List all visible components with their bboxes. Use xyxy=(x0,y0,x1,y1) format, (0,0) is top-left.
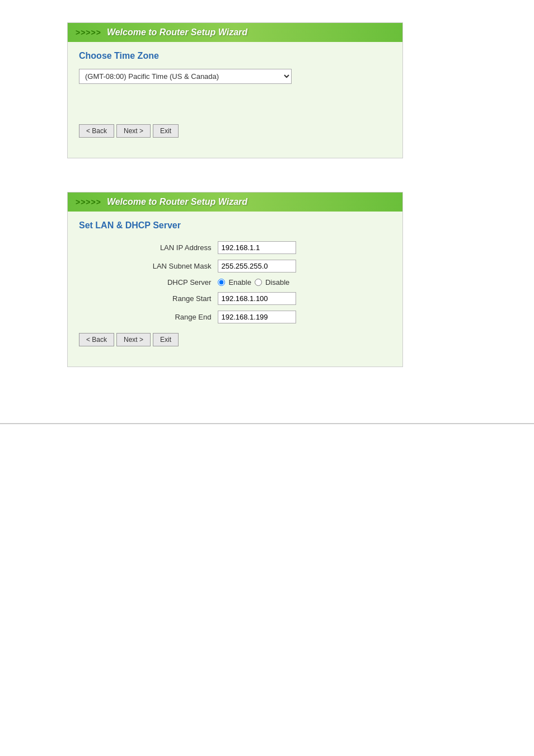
panel1-bottom-spacer xyxy=(79,138,391,147)
dhcp-enable-radio[interactable] xyxy=(218,279,225,286)
dhcp-server-row: DHCP Server Enable Disable xyxy=(79,275,391,289)
panel1-spacer xyxy=(79,84,391,118)
panel1-arrows: >>>>> xyxy=(76,28,101,37)
range-end-value-cell xyxy=(214,308,391,326)
panel1-exit-button[interactable]: Exit xyxy=(153,124,179,138)
lan-ip-value-cell xyxy=(214,238,391,257)
panel1-button-row: < Back Next > Exit xyxy=(79,124,391,138)
panel2-body: Set LAN & DHCP Server LAN IP Address LAN… xyxy=(68,212,402,367)
panel2-bottom-spacer xyxy=(79,346,391,355)
range-end-label: Range End xyxy=(79,308,214,326)
panel1-title: Welcome to Router Setup Wizard xyxy=(107,27,247,37)
dhcp-radio-cell: Enable Disable xyxy=(214,275,391,289)
panel2-section-title: Set LAN & DHCP Server xyxy=(79,220,391,231)
lan-subnet-input[interactable] xyxy=(218,260,296,273)
panel1-next-button[interactable]: Next > xyxy=(116,124,151,138)
panel2-arrows: >>>>> xyxy=(76,198,101,206)
dhcp-radio-group: Enable Disable xyxy=(218,278,388,287)
lan-dhcp-panel: >>>>> Welcome to Router Setup Wizard Set… xyxy=(67,192,403,367)
range-start-value-cell xyxy=(214,289,391,308)
range-start-input[interactable] xyxy=(218,292,296,305)
page-wrapper: >>>>> Welcome to Router Setup Wizard Cho… xyxy=(0,0,534,389)
panel1-body: Choose Time Zone (GMT-12:00) Internation… xyxy=(68,42,402,158)
lan-subnet-row: LAN Subnet Mask xyxy=(79,257,391,275)
panel1-header: >>>>> Welcome to Router Setup Wizard xyxy=(68,23,402,42)
lan-subnet-label: LAN Subnet Mask xyxy=(79,257,214,275)
dhcp-label: DHCP Server xyxy=(79,275,214,289)
lan-ip-row: LAN IP Address xyxy=(79,238,391,257)
panel1-section-title: Choose Time Zone xyxy=(79,51,391,61)
panel1-back-button[interactable]: < Back xyxy=(79,124,114,138)
panel2-exit-button[interactable]: Exit xyxy=(153,333,179,346)
panel2-next-button[interactable]: Next > xyxy=(116,333,151,346)
range-end-input[interactable] xyxy=(218,311,296,323)
bottom-divider xyxy=(0,423,534,424)
lan-ip-input[interactable] xyxy=(218,241,296,254)
range-start-label: Range Start xyxy=(79,289,214,308)
timezone-panel: >>>>> Welcome to Router Setup Wizard Cho… xyxy=(67,22,403,158)
range-end-row: Range End xyxy=(79,308,391,326)
lan-form-table: LAN IP Address LAN Subnet Mask DHCP Serv… xyxy=(79,238,391,326)
timezone-select[interactable]: (GMT-12:00) International Date Line West… xyxy=(79,69,292,84)
panel2-back-button[interactable]: < Back xyxy=(79,333,114,346)
lan-ip-label: LAN IP Address xyxy=(79,238,214,257)
panel2-button-row: < Back Next > Exit xyxy=(79,333,391,346)
dhcp-disable-radio[interactable] xyxy=(255,279,262,286)
lan-subnet-value-cell xyxy=(214,257,391,275)
dhcp-disable-label[interactable]: Disable xyxy=(265,278,289,287)
panel2-title: Welcome to Router Setup Wizard xyxy=(107,197,247,207)
panel2-header: >>>>> Welcome to Router Setup Wizard xyxy=(68,192,402,212)
range-start-row: Range Start xyxy=(79,289,391,308)
dhcp-enable-label[interactable]: Enable xyxy=(228,278,251,287)
